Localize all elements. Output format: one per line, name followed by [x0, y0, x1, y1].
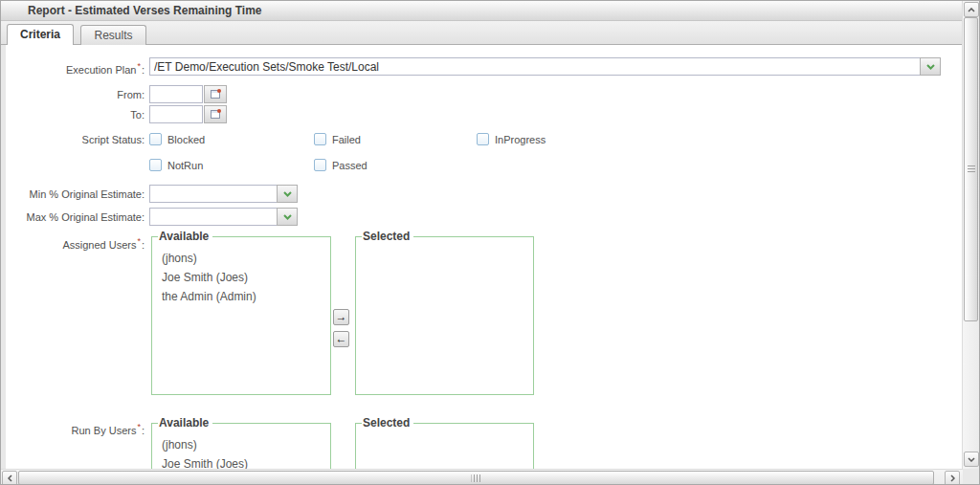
vertical-scrollbar[interactable] [962, 1, 979, 469]
tab-results-label: Results [94, 29, 132, 42]
list-item[interactable]: (jhons) [162, 435, 330, 454]
list-item[interactable]: the Admin (Admin) [162, 287, 330, 306]
list-item[interactable]: Joe Smith (Joes) [162, 268, 330, 287]
max-estimate-label: Max % Original Estimate: [6, 211, 145, 223]
max-estimate-input[interactable] [149, 208, 278, 226]
min-estimate-input[interactable] [149, 185, 278, 203]
assigned-users-available-list: Available (jhons) Joe Smith (Joes) the A… [151, 230, 331, 395]
chevron-left-icon [8, 474, 12, 482]
tab-strip: Criteria Results [1, 21, 963, 45]
run-by-available-legend: Available [158, 416, 212, 430]
calendar-icon [210, 108, 222, 121]
chevron-down-icon [926, 64, 935, 70]
execution-plan-input[interactable] [149, 57, 921, 76]
to-label: To: [6, 109, 145, 121]
required-mark: * [137, 422, 141, 431]
chevron-up-icon [968, 8, 975, 12]
run-by-selected-legend: Selected [362, 416, 413, 430]
scroll-left-button[interactable] [2, 471, 17, 485]
execution-plan-dropdown-button[interactable] [920, 57, 941, 76]
assigned-available-legend: Available [158, 230, 212, 243]
from-label: From: [6, 89, 145, 100]
checkbox-passed-label: Passed [332, 160, 368, 171]
checkbox-failed[interactable] [314, 133, 326, 145]
checkbox-blocked-label: Blocked [167, 134, 205, 145]
assigned-move-left-button[interactable]: ← [333, 331, 349, 347]
execution-plan-label: Execution Plan*: [6, 61, 145, 76]
list-item[interactable]: Joe Smith (Joes) [162, 454, 330, 469]
window-title: Report - Estimated Verses Remaining Time [1, 1, 963, 21]
max-estimate-dropdown-button[interactable] [277, 208, 298, 226]
scroll-grip [968, 165, 975, 173]
scroll-grip [471, 474, 481, 482]
chevron-down-icon [968, 457, 975, 462]
checkbox-inprogress-label: InProgress [495, 134, 546, 145]
calendar-icon [210, 88, 222, 100]
tab-criteria[interactable]: Criteria [7, 24, 74, 45]
checkbox-inprogress[interactable] [477, 133, 489, 145]
from-date-input[interactable] [149, 85, 203, 103]
tab-criteria-label: Criteria [20, 28, 60, 41]
required-mark: * [137, 61, 141, 71]
arrow-right-icon: → [336, 310, 347, 323]
min-estimate-label: Min % Original Estimate: [6, 188, 145, 200]
assigned-users-selected-list: Selected [355, 230, 534, 395]
script-status-label: Script Status: [6, 134, 145, 145]
scroll-right-button[interactable] [945, 471, 960, 485]
run-by-users-available-list: Available (jhons) Joe Smith (Joes) [151, 416, 331, 469]
arrow-left-icon: ← [336, 332, 347, 345]
vertical-scroll-thumb[interactable] [964, 17, 978, 321]
scroll-down-button[interactable] [964, 452, 979, 467]
assigned-users-label: Assigned Users*: [6, 236, 145, 251]
run-by-users-selected-list: Selected [355, 416, 534, 469]
list-item[interactable]: (jhons) [162, 249, 330, 268]
checkbox-notrun-label: NotRun [167, 160, 203, 171]
report-window: Report - Estimated Verses Remaining Time… [0, 0, 980, 485]
checkbox-passed[interactable] [314, 159, 326, 171]
horizontal-scrollbar[interactable] [1, 469, 963, 485]
run-by-users-label: Run By Users*: [6, 422, 145, 436]
tab-results[interactable]: Results [80, 25, 145, 45]
chevron-right-icon [950, 474, 955, 482]
criteria-panel: Execution Plan*: From: To: Script Status… [6, 45, 964, 469]
min-estimate-dropdown-button[interactable] [277, 185, 298, 203]
chevron-down-icon [283, 191, 292, 197]
required-mark: * [137, 236, 141, 246]
from-date-picker-button[interactable] [204, 85, 227, 103]
assigned-move-right-button[interactable]: → [333, 309, 349, 325]
scroll-up-button[interactable] [964, 2, 979, 17]
to-date-picker-button[interactable] [204, 105, 227, 123]
assigned-selected-legend: Selected [362, 230, 413, 243]
checkbox-failed-label: Failed [332, 134, 361, 145]
to-date-input[interactable] [149, 105, 203, 123]
checkbox-blocked[interactable] [149, 133, 162, 145]
chevron-down-icon [283, 214, 292, 220]
horizontal-scroll-thumb[interactable] [18, 471, 934, 485]
checkbox-notrun[interactable] [149, 159, 162, 171]
